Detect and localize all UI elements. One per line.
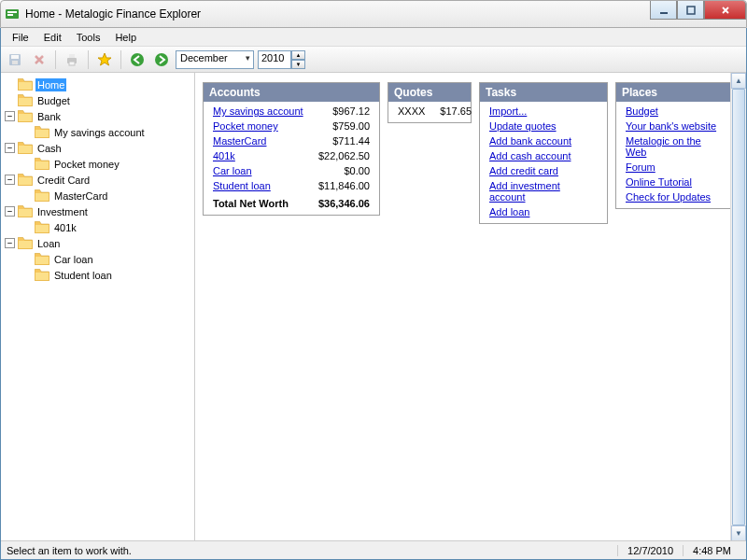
- tree-item-label: 401k: [52, 221, 78, 234]
- tree-item[interactable]: Budget: [3, 92, 192, 108]
- main-area: HomeBudget−BankMy savings account−CashPo…: [1, 73, 746, 541]
- tree-item[interactable]: −Bank: [3, 108, 192, 124]
- menu-file[interactable]: File: [5, 30, 36, 45]
- account-row: Pocket money$759.00: [209, 119, 374, 133]
- tree-item[interactable]: My savings account: [3, 124, 192, 140]
- account-link[interactable]: 401k: [213, 150, 235, 161]
- folder-icon: [18, 142, 33, 154]
- maximize-button[interactable]: [677, 1, 704, 20]
- menu-help[interactable]: Help: [107, 30, 144, 45]
- tasks-panel-header: Tasks: [480, 83, 607, 102]
- account-link[interactable]: Car loan: [213, 165, 252, 176]
- close-button[interactable]: [704, 1, 746, 20]
- tree-item[interactable]: Pocket money: [3, 156, 192, 172]
- status-time: 4:48 PM: [683, 545, 740, 556]
- place-row: Check for Updates: [622, 189, 728, 204]
- tree-spacer: [21, 254, 32, 264]
- collapse-icon[interactable]: −: [5, 238, 15, 248]
- folder-icon: [35, 253, 49, 265]
- task-link[interactable]: Add loan: [489, 206, 529, 217]
- total-row: Total Net Worth$36,346.06: [209, 194, 374, 212]
- tree-item[interactable]: 401k: [3, 219, 192, 235]
- month-select-value: December: [180, 52, 228, 63]
- tree-item[interactable]: −Investment: [3, 203, 192, 219]
- account-link[interactable]: Student loan: [213, 180, 271, 191]
- collapse-icon[interactable]: −: [5, 143, 15, 153]
- place-link[interactable]: Your bank's website: [626, 120, 716, 132]
- month-select[interactable]: December: [176, 50, 254, 69]
- place-link[interactable]: Online Tutorial: [626, 176, 692, 188]
- status-text: Select an item to work with.: [7, 545, 617, 556]
- task-row: Add cash account: [486, 148, 601, 163]
- quote-price: $17.65: [429, 104, 475, 119]
- place-link[interactable]: Forum: [626, 161, 655, 173]
- tree-item[interactable]: −Cash: [3, 140, 192, 156]
- tree-item-label: Home: [35, 78, 66, 91]
- account-amount: $967.12: [307, 104, 374, 119]
- tree-item[interactable]: MasterCard: [3, 188, 192, 203]
- tree-item-label: Car loan: [52, 253, 95, 266]
- place-link[interactable]: Metalogic on the Web: [626, 135, 701, 158]
- account-link[interactable]: MasterCard: [213, 135, 266, 147]
- svg-rect-6: [11, 55, 19, 59]
- total-label: Total Net Worth: [209, 194, 307, 212]
- folder-icon: [35, 269, 49, 281]
- task-link[interactable]: Add investment account: [489, 180, 560, 203]
- task-row: Add bank account: [486, 133, 601, 148]
- scroll-up-button[interactable]: ▲: [731, 73, 746, 89]
- task-link[interactable]: Add bank account: [489, 135, 571, 147]
- place-link[interactable]: Budget: [626, 105, 658, 117]
- tree-item-label: Investment: [35, 205, 90, 218]
- tree-item-label: MasterCard: [52, 189, 109, 203]
- menu-tools[interactable]: Tools: [69, 30, 108, 45]
- tasks-panel: Tasks Import...Update quotesAdd bank acc…: [479, 82, 608, 224]
- delete-button[interactable]: [29, 49, 49, 70]
- tree-item-label: Credit Card: [35, 174, 92, 187]
- task-row: Update quotes: [486, 119, 601, 133]
- folder-icon: [35, 189, 49, 202]
- window-title: Home - Metalogic Finance Explorer: [25, 7, 742, 21]
- folder-icon: [18, 110, 33, 122]
- task-row: Add loan: [486, 204, 601, 219]
- collapse-icon[interactable]: −: [5, 206, 15, 217]
- year-down-button[interactable]: ▼: [291, 60, 305, 69]
- menu-edit[interactable]: Edit: [36, 30, 69, 45]
- forward-button[interactable]: [151, 49, 172, 70]
- accounts-panel-header: Accounts: [204, 83, 379, 102]
- account-link[interactable]: Pocket money: [213, 120, 278, 132]
- tree-item[interactable]: −Loan: [3, 235, 192, 251]
- tree-item[interactable]: −Credit Card: [3, 172, 192, 188]
- content-area: Accounts My savings account$967.12Pocket…: [195, 73, 746, 541]
- svg-rect-2: [7, 14, 13, 16]
- tree-item[interactable]: Home: [3, 77, 192, 92]
- scroll-down-button[interactable]: ▼: [731, 525, 746, 541]
- collapse-icon[interactable]: −: [5, 111, 15, 121]
- tree-item[interactable]: Car loan: [3, 251, 192, 267]
- quote-symbol: XXXX: [394, 104, 429, 119]
- year-input[interactable]: 2010: [258, 50, 291, 69]
- account-link[interactable]: My savings account: [213, 105, 303, 117]
- task-link[interactable]: Update quotes: [489, 120, 557, 132]
- account-amount: $22,062.50: [307, 148, 374, 163]
- folder-icon: [35, 126, 49, 138]
- back-button[interactable]: [127, 49, 148, 70]
- titlebar: Home - Metalogic Finance Explorer: [0, 0, 747, 28]
- scroll-thumb[interactable]: [732, 89, 745, 525]
- minimize-button[interactable]: [650, 1, 677, 20]
- collapse-icon[interactable]: −: [5, 175, 15, 185]
- year-up-button[interactable]: ▲: [291, 50, 305, 60]
- print-button[interactable]: [62, 49, 82, 70]
- tree-item-label: My savings account: [52, 126, 147, 139]
- task-link[interactable]: Add credit card: [489, 165, 558, 176]
- tree-item-label: Bank: [35, 110, 63, 123]
- total-amount: $36,346.06: [307, 194, 374, 212]
- vertical-scrollbar[interactable]: ▲ ▼: [730, 73, 746, 541]
- tree-item-label: Pocket money: [52, 158, 121, 171]
- tree-item[interactable]: Student loan: [3, 267, 192, 283]
- favorite-button[interactable]: [94, 49, 115, 70]
- save-button[interactable]: [5, 49, 25, 70]
- folder-icon: [18, 237, 33, 249]
- task-link[interactable]: Add cash account: [489, 150, 571, 161]
- place-link[interactable]: Check for Updates: [626, 191, 711, 203]
- task-link[interactable]: Import...: [489, 105, 527, 117]
